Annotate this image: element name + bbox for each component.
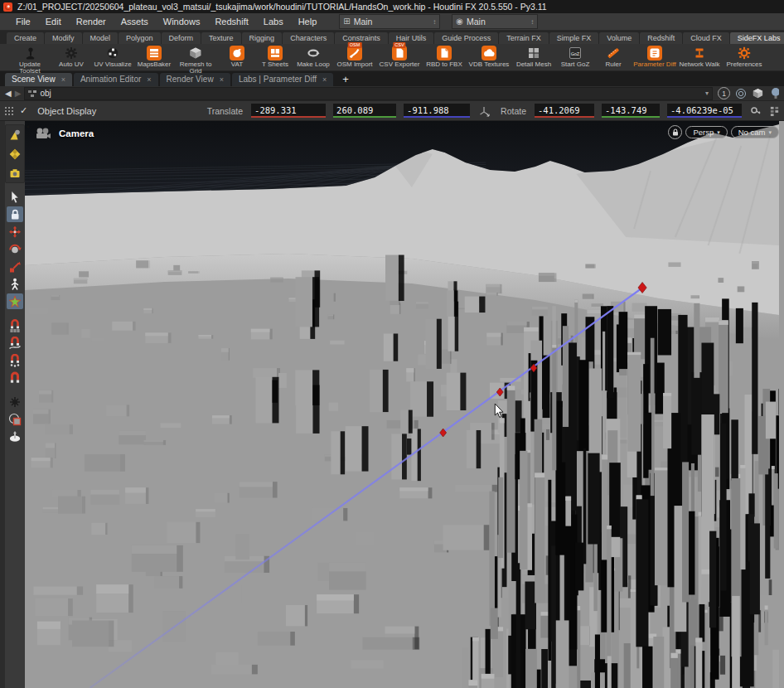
uv-sphere-icon: [105, 46, 120, 61]
menu-file[interactable]: File: [8, 13, 38, 30]
shelf-tab-rigging[interactable]: Rigging: [242, 32, 283, 44]
pane-tab-animation-editor[interactable]: Animation Editor×: [74, 73, 158, 86]
shelf-tool-uv-visualize[interactable]: UV Visualize: [91, 46, 134, 68]
shelf-tool-detail-mesh[interactable]: Detail Mesh: [512, 46, 555, 68]
menu-labs[interactable]: Labs: [256, 13, 291, 30]
snapshot-icon[interactable]: [7, 165, 23, 181]
handles-tool-icon[interactable]: [7, 293, 23, 309]
menu-items: FileEditRenderAssetsWindowsRedshiftLabsH…: [8, 13, 324, 30]
svg-text:GoZ: GoZ: [571, 51, 580, 56]
camera-select-button[interactable]: No cam ▾: [731, 126, 779, 138]
lock-camera-button[interactable]: [668, 125, 682, 139]
menu-assets[interactable]: Assets: [114, 13, 156, 30]
shelf-tool-t-sheets[interactable]: T Sheets: [257, 46, 293, 68]
menu-redshift[interactable]: Redshift: [207, 13, 255, 30]
shelf-tab-volume[interactable]: Volume: [599, 32, 639, 44]
shelf-tab-polygon[interactable]: Polygon: [119, 32, 161, 44]
shelf-tool-update-toolset[interactable]: Update Toolset: [8, 46, 51, 75]
pose-tool-icon[interactable]: [7, 276, 23, 292]
view-tool-icon[interactable]: [7, 127, 23, 143]
object-display-label[interactable]: Object Display: [32, 106, 96, 116]
shelf-tool-rbd-to-fbx[interactable]: RBD to FBX: [423, 46, 466, 68]
pane-layout-combo[interactable]: ⊞ Main ↕: [339, 14, 440, 29]
shelf-tab-terrain-fx[interactable]: Terrain FX: [499, 32, 549, 44]
keyframe-icon[interactable]: [749, 104, 762, 118]
shelf-tool-ruler[interactable]: Ruler: [595, 46, 632, 68]
orient-disc-icon[interactable]: [7, 429, 23, 444]
view-mask-icon[interactable]: [7, 411, 23, 427]
shelf-tool-parameter-diff[interactable]: Parameter Diff: [633, 46, 676, 68]
shelf-tab-guide-process[interactable]: Guide Process: [434, 32, 498, 44]
shelf-tool-auto-uv[interactable]: Auto UV: [53, 46, 90, 68]
shelf-tab-redshift[interactable]: Redshift: [640, 32, 682, 44]
shelf-tool-mapsbaker[interactable]: MapsBaker: [136, 46, 172, 68]
snap-grid-icon[interactable]: [7, 317, 23, 333]
translate-x-field[interactable]: -289.331: [251, 104, 326, 118]
shelf-tool-vdb-textures[interactable]: VDB Textures: [467, 46, 511, 68]
texture-view-icon[interactable]: [7, 146, 23, 162]
shelf-tool-network-walk[interactable]: Network Walk: [678, 46, 721, 68]
translate-y-field[interactable]: 260.089: [333, 104, 396, 118]
shelf-tab-texture[interactable]: Texture: [201, 32, 241, 44]
material-sphere-icon[interactable]: [769, 87, 779, 99]
rotate-y-field[interactable]: -143.749: [602, 104, 660, 118]
path-input[interactable]: obj ▾: [24, 87, 713, 100]
shelf-tab-cloud-fx[interactable]: Cloud FX: [683, 32, 729, 44]
scene-render[interactable]: [25, 121, 779, 688]
shelf-tool-remesh-to-grid[interactable]: Remesh to Grid: [174, 46, 217, 75]
forward-button[interactable]: ▶: [15, 90, 22, 98]
snap-point-icon[interactable]: [7, 352, 23, 368]
close-tab-icon[interactable]: ×: [61, 75, 65, 84]
drag-handle-icon[interactable]: [3, 105, 15, 116]
shelf-tab-modify[interactable]: Modify: [45, 32, 82, 44]
close-tab-icon[interactable]: ×: [220, 75, 224, 84]
menu-windows[interactable]: Windows: [156, 13, 208, 30]
add-pane-tab-button[interactable]: +: [335, 73, 356, 86]
select-mask-icon[interactable]: [7, 394, 23, 409]
shelf-tool-csv-exporter[interactable]: CSVCSV Exporter: [378, 46, 421, 68]
snapshot-count-button[interactable]: 1: [718, 87, 730, 99]
axis-gizmo-icon[interactable]: [477, 104, 491, 118]
shelf-tool-osm-import[interactable]: OSMOSM Import: [333, 46, 376, 68]
shelf-tab-model[interactable]: Model: [83, 32, 119, 44]
snap-magnet-icon[interactable]: [7, 370, 23, 385]
target-icon[interactable]: [735, 88, 747, 99]
shelf-tab-sidefx-labs[interactable]: SideFX Labs: [730, 32, 784, 44]
rotate-z-field[interactable]: -4.06239e-05: [667, 104, 742, 118]
select-arrow-icon[interactable]: [7, 189, 23, 205]
scene-viewport[interactable]: ◂ Camera Persp ▾: [25, 121, 784, 688]
chevron-down-icon: ▾: [768, 129, 772, 136]
shelf-tab-create[interactable]: Create: [7, 32, 44, 44]
chevron-down-icon[interactable]: ▾: [705, 90, 709, 97]
desktop-combo[interactable]: ◉ Main ↕: [452, 14, 538, 29]
shelf-tool-start-goz[interactable]: GoZStart GoZ: [557, 46, 593, 68]
menu-render[interactable]: Render: [69, 13, 114, 30]
viewport-buttons: Persp ▾ No cam ▾: [668, 125, 779, 139]
translate-z-field[interactable]: -911.988: [404, 104, 470, 118]
shelf-tool-vat[interactable]: VAT: [219, 46, 255, 68]
pane-tab-labs-parameter-diff[interactable]: Labs | Parameter Diff×: [232, 73, 333, 86]
close-tab-icon[interactable]: ×: [147, 75, 151, 84]
shelf-tab-simple-fx[interactable]: Simple FX: [549, 32, 599, 44]
rotate-tool-icon[interactable]: [7, 241, 23, 257]
display-options-icon[interactable]: [767, 104, 781, 118]
menu-edit[interactable]: Edit: [38, 13, 69, 30]
rotate-x-field[interactable]: -41.2069: [535, 104, 594, 118]
pane-collapse-arrow-icon[interactable]: ◂: [26, 123, 29, 130]
back-button[interactable]: ◀: [5, 90, 12, 98]
close-tab-icon[interactable]: ×: [322, 75, 327, 84]
snap-curve-icon[interactable]: [7, 335, 23, 351]
shelf-tab-characters[interactable]: Characters: [283, 32, 334, 44]
secure-selection-lock-icon[interactable]: [7, 206, 23, 222]
shelf-tab-deform[interactable]: Deform: [162, 32, 201, 44]
perspective-menu-button[interactable]: Persp ▾: [685, 126, 727, 138]
geometry-cube-icon[interactable]: [752, 87, 764, 99]
shelf-tool-label: Remesh to Grid: [174, 61, 217, 75]
scale-tool-icon[interactable]: [7, 259, 23, 274]
shelf-tool-preferences[interactable]: Preferences: [723, 46, 766, 68]
menu-help[interactable]: Help: [291, 13, 325, 30]
display-checkmark-icon[interactable]: ✓: [20, 105, 27, 116]
shelf-tool-make-loop[interactable]: Make Loop: [295, 46, 332, 68]
translate-tool-icon[interactable]: [7, 224, 23, 240]
viewport-left-toolbar: [0, 121, 25, 688]
